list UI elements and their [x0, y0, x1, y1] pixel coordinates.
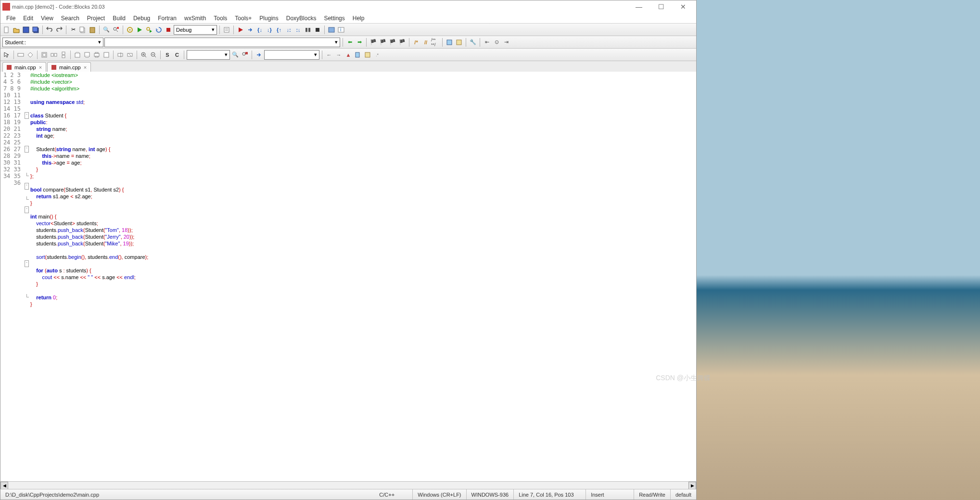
rebuild-icon[interactable]	[154, 26, 163, 34]
copy-icon[interactable]	[78, 26, 87, 34]
select-icon[interactable]	[2, 51, 11, 59]
fold-toggle-icon[interactable]: -	[25, 146, 29, 153]
menu-plugins[interactable]: Plugins	[255, 14, 282, 23]
endless-loop-icon[interactable]	[102, 51, 111, 59]
menu-doxyblocks[interactable]: DoxyBlocks	[282, 14, 320, 23]
zoom-in-icon[interactable]	[140, 51, 148, 59]
horizontal-scrollbar[interactable]: ◀ ▶	[0, 481, 696, 489]
save-all-icon[interactable]	[31, 26, 40, 34]
close-button[interactable]: ✕	[672, 0, 694, 13]
menu-tools[interactable]: Tools	[210, 14, 231, 23]
code-editor[interactable]: #include <iostream> #include <vector> #i…	[30, 72, 696, 481]
fold-toggle-icon[interactable]: -	[25, 206, 29, 213]
run-icon[interactable]	[135, 26, 144, 34]
doxy-html-icon[interactable]	[455, 38, 463, 47]
maximize-button[interactable]: ☐	[650, 0, 672, 13]
pre-loop-icon[interactable]	[83, 51, 91, 59]
jump-fwd-icon[interactable]: ⇥	[502, 38, 510, 47]
prev-diff-icon[interactable]: ←	[325, 51, 333, 59]
nav-back-icon[interactable]: ⬅	[345, 38, 354, 47]
menu-fortran[interactable]: Fortran	[154, 14, 180, 23]
clear-diff-icon[interactable]: .*	[373, 51, 382, 59]
bookmark-prev-icon[interactable]: 🏴	[379, 38, 387, 47]
member-dropdown[interactable]: ▾	[104, 38, 340, 47]
abort-icon[interactable]	[164, 26, 173, 34]
doxy-settings-icon[interactable]: 🔧	[469, 38, 477, 47]
jump-home-icon[interactable]: ⊙	[492, 38, 501, 47]
info-icon[interactable]: i	[337, 26, 345, 34]
break-icon[interactable]: ▮▮	[304, 26, 312, 34]
menu-help[interactable]: Help	[349, 14, 369, 23]
menu-build[interactable]: Build	[109, 14, 129, 23]
step-into-instr-icon[interactable]: :↓	[294, 26, 303, 34]
nav-fwd-icon[interactable]: ➡	[355, 38, 364, 47]
find-icon[interactable]: 🔍	[102, 26, 111, 34]
decision-icon[interactable]	[26, 51, 35, 59]
debug-windows-icon[interactable]	[327, 26, 336, 34]
minimize-button[interactable]: —	[628, 0, 650, 13]
next-instr-icon[interactable]: ↓:	[284, 26, 293, 34]
scroll-left-icon[interactable]: ◀	[0, 482, 8, 489]
highlight-dropdown[interactable]: ▾	[187, 50, 230, 60]
build-target-dropdown[interactable]: Debug▾	[174, 25, 217, 35]
editor-tab[interactable]: main.cpp×	[2, 62, 46, 72]
run-to-cursor-icon[interactable]	[246, 26, 255, 34]
build-run-icon[interactable]	[145, 26, 153, 34]
break-stmt-icon[interactable]	[116, 51, 125, 59]
fold-toggle-icon[interactable]: -	[25, 260, 29, 267]
menu-settings[interactable]: Settings	[320, 14, 348, 23]
highlight-options-icon[interactable]	[241, 51, 249, 59]
fold-toggle-icon[interactable]: -	[25, 183, 29, 190]
menu-wxsmith[interactable]: wxSmith	[180, 14, 210, 23]
undo-icon[interactable]	[45, 26, 54, 34]
menu-edit[interactable]: Edit	[19, 14, 37, 23]
debug-run-icon[interactable]	[236, 26, 245, 34]
paste-diff-icon[interactable]	[363, 51, 372, 59]
next-diff-icon[interactable]: →	[334, 51, 343, 59]
post-loop-icon[interactable]	[92, 51, 101, 59]
save-icon[interactable]	[22, 26, 30, 34]
instruction-icon[interactable]	[16, 51, 25, 59]
new-file-icon[interactable]	[2, 26, 11, 34]
scroll-track[interactable]	[8, 482, 688, 489]
replace-icon[interactable]	[112, 26, 120, 34]
goto-file-icon[interactable]	[255, 51, 263, 59]
return-stmt-icon[interactable]	[126, 51, 134, 59]
menu-file[interactable]: File	[2, 14, 19, 23]
close-tab-icon[interactable]: ×	[39, 64, 42, 70]
bookmark-next-icon[interactable]: 🏴	[388, 38, 397, 47]
counting-loop-icon[interactable]	[73, 51, 82, 59]
stop-debug-icon[interactable]	[313, 26, 322, 34]
doxy-run-icon[interactable]	[445, 38, 454, 47]
loop-icon[interactable]	[40, 51, 49, 59]
text-comment-icon[interactable]: C	[173, 51, 181, 59]
editor-tab[interactable]: main.cpp×	[47, 62, 91, 72]
jump-back-icon[interactable]: ⇤	[483, 38, 491, 47]
menu-project[interactable]: Project	[83, 14, 109, 23]
step-into-icon[interactable]: ↓}	[265, 26, 274, 34]
menu-view[interactable]: View	[37, 14, 57, 23]
titlebar[interactable]: main.cpp [demo2] - Code::Blocks 20.03 — …	[0, 0, 696, 13]
doxy-block-icon[interactable]: /*	[412, 38, 420, 47]
doxy-line-icon[interactable]: //	[421, 38, 430, 47]
block-h-icon[interactable]	[50, 51, 58, 59]
next-line-icon[interactable]: {↓	[255, 26, 264, 34]
bookmark-clear-icon[interactable]: 🏴	[398, 38, 407, 47]
menu-search[interactable]: Search	[57, 14, 83, 23]
highlight-find-icon[interactable]: 🔍	[231, 51, 240, 59]
paste-icon[interactable]	[88, 26, 97, 34]
step-out-icon[interactable]: {↑	[275, 26, 283, 34]
show-targets-icon[interactable]	[222, 26, 231, 34]
menu-tools+[interactable]: Tools+	[231, 14, 255, 23]
build-icon[interactable]	[126, 26, 134, 34]
doxy-wizard-icon[interactable]: /** **/	[431, 38, 440, 47]
redo-icon[interactable]	[55, 26, 64, 34]
goto-file-input[interactable]: ▾	[264, 50, 319, 60]
menu-debug[interactable]: Debug	[129, 14, 154, 23]
block-v-icon[interactable]	[59, 51, 68, 59]
zoom-out-icon[interactable]	[149, 51, 158, 59]
scroll-right-icon[interactable]: ▶	[688, 482, 696, 489]
highlight-diff-icon[interactable]: ▲	[344, 51, 353, 59]
cut-icon[interactable]: ✂	[69, 26, 77, 34]
close-tab-icon[interactable]: ×	[84, 64, 87, 70]
